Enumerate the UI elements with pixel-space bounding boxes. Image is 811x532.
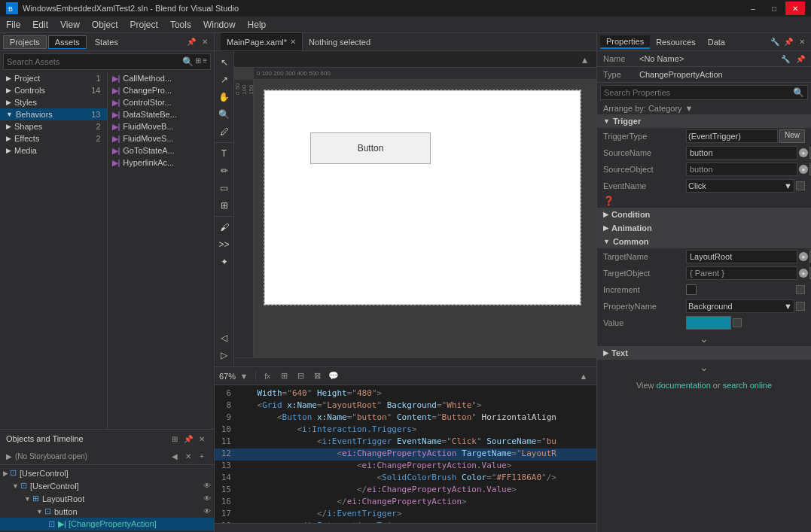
direct-select-tool[interactable]: ↗ [216, 71, 233, 88]
eye-icon[interactable]: 👁 [203, 494, 211, 503]
code-horizontal-scrollbar[interactable] [215, 523, 596, 532]
eyedropper-tool[interactable]: 🖊 [216, 123, 233, 140]
tab-projects[interactable]: Projects [3, 35, 47, 49]
docs-link[interactable]: documentation [657, 381, 711, 390]
maximize-button[interactable]: □ [764, 2, 784, 15]
color-value-swatch[interactable] [686, 316, 731, 330]
help-icon[interactable]: ❓ [603, 196, 614, 206]
code-scroll-up-icon[interactable]: ▲ [577, 369, 590, 383]
targetname-input[interactable] [686, 250, 797, 263]
close-icon[interactable]: ✕ [196, 433, 208, 445]
code-view-icon[interactable]: ⊠ [310, 369, 324, 383]
canvas-button[interactable]: Button [310, 132, 431, 164]
list-item[interactable]: ▶| FluidMoveB... [108, 120, 215, 132]
eventname-square-icon[interactable] [796, 181, 805, 190]
animation-section-header[interactable]: ▶ Animation [597, 221, 811, 235]
split-icon[interactable]: ⊟ [294, 369, 307, 383]
mainpage-tab[interactable]: MainPage.xaml* ✕ [221, 33, 303, 50]
arrange-dropdown-icon[interactable]: ▼ [685, 104, 694, 113]
storyboard-play-icon[interactable]: ◀ [169, 450, 181, 462]
zoom-tool[interactable]: 🔍 [216, 106, 233, 123]
sourceobject-dot-icon[interactable]: ● [799, 165, 808, 174]
eventname-dropdown[interactable]: Click ▼ [686, 179, 794, 193]
pin-icon[interactable]: 📌 [182, 433, 194, 445]
menu-file[interactable]: File [0, 17, 26, 32]
play-icon[interactable]: ▶ [6, 452, 12, 461]
grid-view-icon[interactable]: ⊞ [195, 56, 201, 67]
select-tool[interactable]: ↖ [216, 54, 233, 71]
wrench-small-icon[interactable]: 🔧 [781, 55, 790, 63]
menu-project[interactable]: Project [124, 17, 164, 32]
collapse-icon[interactable]: ▴ [578, 53, 590, 65]
menu-view[interactable]: View [54, 17, 86, 32]
toggle-right-icon[interactable]: ▷ [216, 347, 233, 363]
zoom-select[interactable]: 67% [221, 369, 234, 383]
sourceobject-input[interactable] [686, 163, 797, 176]
obj-item-button[interactable]: ▼ ⊡ button 👁 [0, 505, 214, 518]
menu-window[interactable]: Window [197, 17, 242, 32]
chevron-down-icon[interactable]: ⌄ [700, 333, 709, 345]
tab-resources[interactable]: Resources [650, 36, 702, 48]
code-content[interactable]: 6 Width="640" Height="480"> 8 <Grid x:Na… [215, 385, 596, 523]
storyboard-stop-icon[interactable]: ✕ [182, 450, 194, 462]
sourcename-input[interactable] [686, 146, 797, 160]
sourcename-dot-icon[interactable]: ● [799, 148, 808, 157]
formula-icon[interactable]: fx [261, 369, 274, 383]
obj-item-usercontrol[interactable]: ▼ ⊡ [UserControl] 👁 [0, 479, 214, 492]
tab-data[interactable]: Data [702, 36, 731, 48]
tree-section-shapes-header[interactable]: ▶ Shapes 2 [0, 120, 107, 132]
list-item[interactable]: ▶| CallMethod... [108, 72, 215, 84]
text-tool[interactable]: T [216, 145, 233, 162]
obj-item-changepropertyaction[interactable]: ⊡ ▶| [ChangePropertyAction] [0, 518, 214, 530]
list-item[interactable]: ▶| DataStateBe... [108, 108, 215, 120]
right-panel-scroll[interactable]: ▼ Trigger TriggerType (EventTrigger) New… [597, 114, 811, 532]
menu-help[interactable]: Help [242, 17, 273, 32]
pin-small-icon[interactable]: 📌 [796, 55, 805, 63]
list-item[interactable]: ▶| HyperlinkAc... [108, 157, 215, 169]
zoom-dropdown-icon[interactable]: ▼ [237, 369, 251, 383]
grid-icon[interactable]: ⊞ [277, 369, 291, 383]
increment-checkbox[interactable] [686, 284, 697, 295]
close-button[interactable]: ✕ [785, 2, 805, 15]
tree-section-project-header[interactable]: ▶ Project 1 [0, 72, 107, 84]
search-properties-input[interactable] [601, 88, 790, 97]
obj-item-layoutroot[interactable]: ▼ ⊞ LayoutRoot 👁 [0, 492, 214, 505]
tree-section-effects-header[interactable]: ▶ Effects 2 [0, 132, 107, 144]
targetobject-input[interactable] [686, 266, 797, 280]
pin-icon[interactable]: 📌 [185, 36, 197, 48]
common-section-header[interactable]: ▼ Common [597, 235, 811, 248]
eye-icon[interactable]: 👁 [203, 482, 211, 490]
toggle-left-icon[interactable]: ◁ [216, 330, 233, 346]
tab-properties[interactable]: Properties [600, 35, 650, 49]
tab-close-icon[interactable]: ✕ [290, 38, 296, 46]
value-square-icon[interactable] [733, 318, 742, 327]
targetobject-dot-icon[interactable]: ● [799, 269, 808, 278]
search-online-link[interactable]: search online [723, 381, 772, 390]
pin-right-icon[interactable]: 📌 [782, 36, 794, 48]
list-view-icon[interactable]: ≡ [203, 56, 207, 67]
search-icon[interactable]: 🔍 [182, 56, 194, 67]
tree-section-behaviors-header[interactable]: ▼ Behaviors 13 [0, 108, 107, 120]
list-item[interactable]: ▶| ControlStor... [108, 96, 215, 108]
asset-tool[interactable]: >> [216, 236, 233, 253]
list-item[interactable]: ▶| GoToStateA... [108, 144, 215, 157]
trigger-section-header[interactable]: ▼ Trigger [597, 114, 811, 128]
storyboard-add-icon[interactable]: + [196, 450, 208, 462]
layout-grid-tool[interactable]: ⊞ [216, 197, 233, 214]
draw-tool[interactable]: ✏ [216, 163, 233, 179]
menu-object[interactable]: Object [86, 17, 124, 32]
increment-square-icon[interactable] [796, 285, 805, 294]
text-section-header[interactable]: ▶ Text [597, 346, 811, 360]
rectangle-tool[interactable]: ▭ [216, 180, 233, 196]
list-item[interactable]: ▶| ChangePro... [108, 84, 215, 96]
search-properties-icon[interactable]: 🔍 [790, 87, 807, 98]
condition-section-header[interactable]: ▶ Condition [597, 208, 811, 221]
menu-edit[interactable]: Edit [26, 17, 54, 32]
propertyname-square-icon[interactable] [796, 302, 805, 311]
tree-section-styles-header[interactable]: ▶ Styles [0, 96, 107, 108]
wrench-icon[interactable]: 🔧 [769, 36, 781, 48]
float-icon[interactable]: ⊞ [169, 433, 181, 445]
triggertype-dropdown[interactable]: (EventTrigger) [686, 129, 778, 143]
brush-tool[interactable]: 🖌 [216, 219, 233, 236]
new-button[interactable]: New [779, 129, 805, 143]
